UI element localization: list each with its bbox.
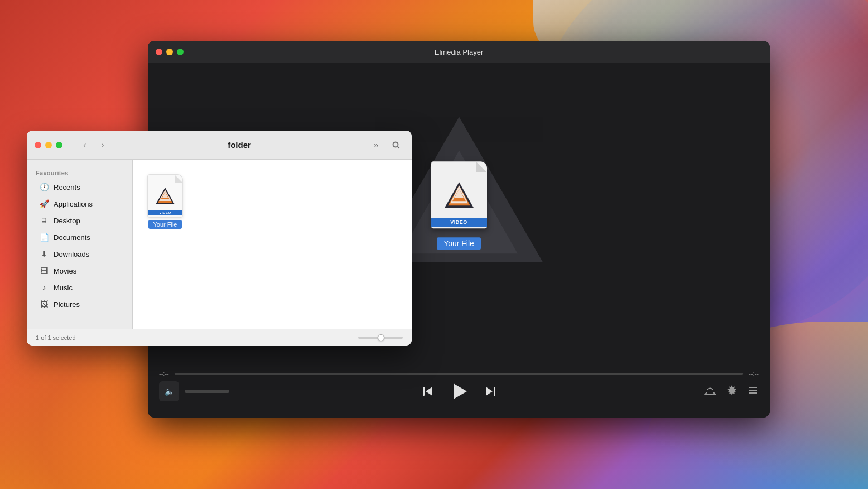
settings-button[interactable] bbox=[726, 385, 737, 399]
player-maximize-button[interactable] bbox=[177, 49, 184, 55]
volume-button[interactable]: 🔈 bbox=[159, 381, 179, 401]
prev-button[interactable] bbox=[421, 385, 435, 398]
svg-rect-7 bbox=[423, 387, 425, 396]
applications-icon: 🚀 bbox=[39, 199, 49, 208]
svg-rect-10 bbox=[494, 387, 495, 396]
sidebar-label-documents: Documents bbox=[54, 233, 90, 242]
time-end-label: --:-- bbox=[749, 370, 759, 377]
finder-body: Favourites 🕐 Recents 🚀 Applications 🖥 De… bbox=[27, 160, 412, 329]
progress-bar-container: --:-- --:-- bbox=[159, 362, 759, 381]
search-icon bbox=[392, 141, 401, 150]
player-file-icon: VIDEO bbox=[431, 161, 487, 228]
svg-marker-8 bbox=[426, 387, 432, 396]
svg-line-19 bbox=[398, 146, 400, 148]
settings-icon bbox=[726, 385, 737, 396]
sidebar-label-movies: Movies bbox=[54, 267, 76, 275]
playlist-button[interactable] bbox=[748, 385, 759, 399]
right-controls bbox=[704, 384, 759, 399]
player-titlebar: Elmedia Player bbox=[148, 41, 770, 63]
playback-controls bbox=[421, 382, 497, 400]
sidebar-section-favourites: Favourites bbox=[27, 166, 132, 179]
file-name-badge: Your File bbox=[148, 220, 181, 229]
sidebar-label-recents: Recents bbox=[54, 183, 80, 191]
finder-status-bar: 1 of 1 selected bbox=[27, 329, 412, 346]
playlist-icon bbox=[748, 385, 759, 396]
play-button[interactable] bbox=[450, 382, 468, 400]
file-icon: VIDEO bbox=[147, 174, 183, 218]
sidebar-item-documents[interactable]: 📄 Documents bbox=[30, 229, 129, 246]
finder-navigation: ‹ › bbox=[77, 137, 110, 153]
player-elmedia-logo-icon bbox=[443, 181, 475, 209]
icon-size-slider[interactable] bbox=[358, 337, 403, 339]
file-elmedia-logo-icon bbox=[155, 187, 175, 205]
finder-more-button[interactable]: » bbox=[368, 137, 384, 153]
finder-maximize-button[interactable] bbox=[56, 142, 62, 148]
downloads-icon: ⬇ bbox=[39, 250, 49, 258]
finder-window: ‹ › folder » Favourites 🕐 Recents 🚀 bbox=[27, 131, 412, 346]
sidebar-item-recents[interactable]: 🕐 Recents bbox=[30, 179, 129, 195]
finder-titlebar: ‹ › folder » bbox=[27, 131, 412, 160]
player-file-type-badge: VIDEO bbox=[431, 218, 487, 227]
sidebar-label-downloads: Downloads bbox=[54, 250, 89, 258]
player-minimize-button[interactable] bbox=[166, 49, 173, 55]
player-traffic-lights bbox=[156, 49, 184, 55]
recents-icon: 🕐 bbox=[39, 183, 49, 191]
music-icon: ♪ bbox=[39, 283, 49, 292]
file-item-yourfile[interactable]: VIDEO Your File bbox=[144, 171, 186, 232]
icon-size-thumb[interactable] bbox=[378, 334, 384, 341]
sidebar-item-downloads[interactable]: ⬇ Downloads bbox=[30, 246, 129, 262]
sidebar-item-desktop[interactable]: 🖥 Desktop bbox=[30, 212, 129, 229]
sidebar-item-applications[interactable]: 🚀 Applications bbox=[30, 195, 129, 212]
svg-marker-9 bbox=[454, 383, 467, 399]
next-icon bbox=[484, 385, 497, 398]
player-filename-badge: Your File bbox=[437, 237, 481, 250]
sidebar-item-pictures[interactable]: 🖼 Pictures bbox=[30, 296, 129, 313]
movies-icon: 🎞 bbox=[39, 266, 49, 275]
documents-icon: 📄 bbox=[39, 233, 49, 242]
finder-traffic-lights bbox=[35, 142, 62, 148]
finder-close-button[interactable] bbox=[35, 142, 41, 148]
finder-minimize-button[interactable] bbox=[45, 142, 52, 148]
svg-point-18 bbox=[393, 142, 398, 147]
controls-row: 🔈 bbox=[159, 381, 759, 401]
finder-back-button[interactable]: ‹ bbox=[77, 137, 93, 153]
finder-search-button[interactable] bbox=[388, 137, 404, 153]
player-close-button[interactable] bbox=[156, 49, 162, 55]
volume-icon: 🔈 bbox=[165, 387, 174, 396]
pictures-icon: 🖼 bbox=[39, 300, 49, 309]
selection-status: 1 of 1 selected bbox=[36, 334, 76, 341]
sidebar-label-applications: Applications bbox=[54, 200, 93, 208]
airplay-button[interactable] bbox=[704, 384, 716, 399]
finder-sidebar: Favourites 🕐 Recents 🚀 Applications 🖥 De… bbox=[27, 160, 133, 329]
play-icon bbox=[450, 382, 468, 400]
next-button[interactable] bbox=[484, 385, 497, 398]
sidebar-label-pictures: Pictures bbox=[54, 300, 80, 309]
sidebar-label-music: Music bbox=[54, 284, 73, 292]
volume-control: 🔈 bbox=[159, 381, 229, 401]
time-start-label: --:-- bbox=[159, 370, 169, 377]
progress-track[interactable] bbox=[175, 373, 744, 375]
desktop-icon: 🖥 bbox=[39, 216, 49, 225]
player-title: Elmedia Player bbox=[435, 48, 483, 56]
sidebar-item-music[interactable]: ♪ Music bbox=[30, 279, 129, 296]
sidebar-label-desktop: Desktop bbox=[54, 217, 80, 225]
player-controls: --:-- --:-- 🔈 bbox=[148, 362, 770, 418]
finder-folder-title: folder bbox=[116, 140, 363, 150]
svg-point-14 bbox=[731, 389, 733, 391]
sidebar-item-movies[interactable]: 🎞 Movies bbox=[30, 262, 129, 279]
airplay-icon bbox=[704, 384, 716, 396]
finder-forward-button[interactable]: › bbox=[95, 137, 110, 153]
finder-main-content: VIDEO Your File bbox=[133, 160, 412, 329]
file-type-badge: VIDEO bbox=[148, 210, 182, 215]
svg-marker-11 bbox=[486, 387, 493, 396]
player-file-display: VIDEO Your File bbox=[431, 161, 487, 250]
prev-icon bbox=[421, 385, 435, 398]
file-grid: VIDEO Your File bbox=[144, 171, 401, 318]
volume-slider[interactable] bbox=[185, 390, 229, 393]
finder-toolbar-right: » bbox=[368, 137, 404, 153]
